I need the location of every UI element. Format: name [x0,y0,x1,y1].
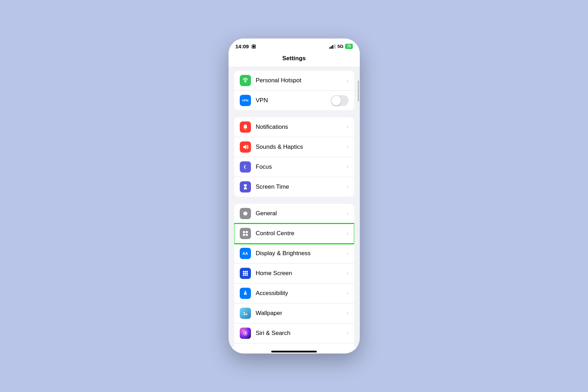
svg-point-24 [245,291,246,292]
home-indicator [271,351,317,352]
screen-time-chevron: › [346,184,348,190]
row-face-id[interactable]: Face ID & Passcode › [234,343,354,347]
accessibility-icon [240,288,251,299]
toggle-knob [331,96,341,105]
svg-marker-9 [243,145,246,149]
svg-point-27 [245,332,246,334]
home-screen-label: Home Screen [256,270,347,277]
section-notifications: Notifications › Sounds & Haptics › [234,117,354,197]
bell-icon-svg [242,124,249,131]
vpn-label: VPN [256,97,331,104]
signal-icon [329,44,336,49]
vpn-icon: VPN [240,95,251,106]
row-sounds-haptics[interactable]: Sounds & Haptics › [234,137,354,157]
wallpaper-icon [240,308,251,319]
aa-text: AA [243,251,248,255]
general-label: General [256,210,347,217]
sounds-label: Sounds & Haptics [256,144,347,150]
row-display-brightness[interactable]: AA Display & Brightness › [234,244,354,264]
notifications-label: Notifications [256,124,347,131]
row-screen-time[interactable]: Screen Time › [234,177,354,197]
row-focus[interactable]: Focus › [234,157,354,177]
row-vpn[interactable]: VPN VPN [234,91,354,110]
control-centre-chevron: › [346,230,348,237]
control-centre-icon [240,228,251,239]
row-siri-search[interactable]: Siri & Search › [234,323,354,343]
focus-chevron: › [346,164,348,170]
title-text: Settings [282,55,306,62]
display-icon: AA [240,248,251,259]
svg-rect-19 [245,273,246,274]
sounds-chevron: › [346,144,348,150]
svg-rect-22 [245,274,246,276]
hotspot-icon-svg [242,77,249,84]
row-notifications[interactable]: Notifications › [234,117,354,137]
time-display: 14:09 [236,43,249,49]
gear-icon-svg [242,210,249,217]
row-wallpaper[interactable]: Wallpaper › [234,303,354,323]
accessibility-icon-svg [242,290,249,297]
svg-point-7 [244,81,246,83]
svg-point-25 [244,312,245,313]
network-type: 5G [337,44,343,49]
row-control-centre[interactable]: Control Centre › [234,224,354,244]
status-time: 14:09 [236,43,256,49]
row-personal-hotspot[interactable]: Personal Hotspot › [234,71,354,91]
accessibility-label: Accessibility [256,290,347,297]
row-accessibility[interactable]: Accessibility › [234,284,354,303]
vpn-icon-text: VPN [242,99,248,102]
home-indicator-area [229,347,360,354]
svg-rect-2 [329,47,330,49]
svg-rect-3 [331,46,332,49]
siri-label: Siri & Search [256,330,347,337]
svg-rect-20 [246,273,248,274]
sound-icon-svg [242,144,249,150]
svg-rect-1 [253,46,255,48]
svg-rect-14 [246,234,248,236]
personal-hotspot-icon [240,75,251,86]
section-network: Personal Hotspot › VPN VPN [234,71,354,110]
svg-point-8 [245,129,246,130]
svg-rect-15 [243,271,244,272]
wallpaper-icon-svg [242,310,249,317]
control-centre-icon-svg [242,230,249,237]
general-icon [240,208,251,219]
home-screen-icon [240,268,251,279]
svg-rect-13 [243,234,245,236]
svg-rect-4 [332,45,333,49]
svg-rect-21 [243,274,244,276]
general-chevron: › [346,210,348,217]
settings-list[interactable]: Personal Hotspot › VPN VPN [229,67,360,347]
hourglass-icon-svg [242,183,249,190]
siri-chevron: › [346,330,348,336]
svg-rect-12 [246,231,248,233]
home-screen-icon-svg [242,270,249,277]
svg-rect-18 [243,273,244,274]
screen-time-label: Screen Time [256,183,347,190]
screen-time-icon [240,181,251,192]
notifications-chevron: › [346,124,348,130]
focus-icon [240,161,251,173]
svg-rect-16 [245,271,246,272]
battery-indicator: 70 [345,44,352,49]
status-bar: 14:09 5G 70 [229,38,360,52]
svg-rect-23 [246,274,248,276]
row-home-screen[interactable]: Home Screen › [234,264,354,284]
row-general[interactable]: General › [234,204,354,224]
notifications-icon [240,121,251,133]
phone-frame: 14:09 5G 70 Settings [229,38,360,354]
display-label: Display & Brightness [256,250,347,257]
siri-icon-svg [242,330,249,337]
vpn-toggle[interactable] [331,95,349,106]
siri-icon [240,328,251,339]
scroll-indicator [358,80,359,102]
sim-icon [251,44,256,49]
accessibility-chevron: › [346,290,348,296]
home-screen-chevron: › [346,270,348,276]
section-general: General › Control Centre › AA [234,204,354,347]
moon-icon-svg [242,163,249,170]
hotspot-chevron: › [346,77,348,84]
page-title: Settings [229,52,360,67]
control-centre-label: Control Centre [256,230,347,237]
svg-rect-6 [335,44,336,49]
